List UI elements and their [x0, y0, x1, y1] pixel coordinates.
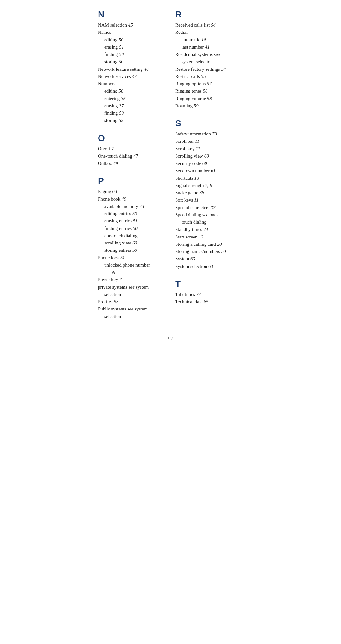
list-item: Scroll key 11	[175, 145, 243, 153]
page-number-ref: 79	[212, 131, 217, 136]
list-item: Snake game 38	[175, 189, 243, 196]
list-item: Numbers	[98, 80, 166, 87]
page-number-ref: 50	[132, 211, 137, 216]
page-number: 92	[98, 336, 243, 341]
index-list-p: Paging 63Phone book 49available memory 4…	[98, 188, 166, 320]
page-number-ref: 63	[190, 256, 195, 261]
list-item: finding 50	[98, 110, 166, 117]
page-number-ref: 50	[119, 52, 124, 57]
page-number-ref: 55	[201, 74, 206, 79]
list-item: System 63	[175, 255, 243, 262]
page-number-ref: 11	[194, 197, 199, 202]
page-number-ref: 7	[119, 277, 122, 282]
page-number-ref: 60	[204, 153, 209, 159]
list-item: Roaming 59	[175, 102, 243, 110]
page-number-ref: 49	[122, 196, 126, 202]
page-number-ref: 50	[119, 111, 124, 116]
list-item: Talk times 74	[175, 291, 243, 298]
page-number-ref: 54	[211, 22, 216, 27]
page-number-ref: 53	[114, 299, 118, 304]
section-letter-o: O	[98, 133, 166, 143]
list-item: available memory 43	[98, 203, 166, 210]
page-number-ref: 7	[111, 146, 114, 151]
page-number-ref: 47	[132, 74, 137, 79]
list-item: Ringing tones 58	[175, 87, 243, 95]
list-item: private systems see systemselection	[98, 284, 166, 298]
list-item: On/off 7	[98, 145, 166, 153]
list-item: Send own number 61	[175, 167, 243, 174]
list-item: Storing names/numbers 50	[175, 248, 243, 255]
list-item: Soft keys 11	[175, 196, 243, 204]
list-item: editing 50	[98, 87, 166, 95]
page-number-ref: 38	[200, 190, 204, 195]
list-item: Storing a calling card 28	[175, 241, 243, 248]
page-number-ref: 50	[221, 249, 226, 254]
list-item: Names	[98, 29, 166, 36]
section-letter-n: N	[98, 9, 166, 20]
list-item: Redial	[175, 29, 243, 36]
list-item: Security code 60	[175, 160, 243, 167]
page-number-ref: 74	[203, 227, 208, 232]
list-item: Received calls list 54	[175, 21, 243, 29]
index-list-o: On/off 7One-touch dialing 47Outbox 49	[98, 145, 166, 167]
list-item: Special characters 37	[175, 204, 243, 211]
page-number-ref: 12	[199, 234, 203, 239]
page-number-ref: 50	[118, 88, 123, 93]
list-item: Start screen 12	[175, 233, 243, 241]
page-number-ref: 47	[133, 153, 138, 159]
page-number-ref: 50	[118, 37, 123, 42]
page-number-ref: 50	[133, 226, 138, 231]
list-item: Power key 7	[98, 276, 166, 283]
left-column: NNAM selection 45Namesediting 50erasing …	[98, 9, 166, 323]
page-number-ref: 50	[118, 59, 123, 64]
list-item: finding entries 50	[98, 225, 166, 232]
page-number-ref: 18	[201, 37, 206, 42]
list-item: storing entries 50	[98, 247, 166, 254]
page-number-ref: 28	[217, 242, 222, 247]
list-item: Ringing volume 58	[175, 95, 243, 102]
list-item: Speed dialing see one-touch dialing	[175, 211, 243, 226]
page-number-ref: 85	[204, 299, 209, 304]
list-item: one-touch dialing	[98, 232, 166, 239]
list-item: Phone lock 51	[98, 254, 166, 262]
list-item: entering 35	[98, 95, 166, 102]
page-number-ref: 62	[118, 118, 123, 123]
list-item: System selection 63	[175, 263, 243, 270]
page-number-ref: 60	[132, 240, 137, 245]
page-number-ref: 41	[205, 45, 210, 50]
page-number-ref: 61	[211, 168, 216, 173]
list-item: finding 50	[98, 51, 166, 58]
page-number-ref: 57	[207, 81, 212, 86]
list-item: Signal strength 7, 8	[175, 182, 243, 189]
page-number-ref: 46	[144, 67, 148, 72]
list-item: Network services 47	[98, 73, 166, 80]
page-number-ref: 54	[221, 67, 226, 72]
page-number-ref: 58	[207, 96, 212, 101]
list-item: Ringing options 57	[175, 80, 243, 87]
page-number-ref: 49	[113, 161, 118, 166]
section-letter-s: S	[175, 118, 243, 129]
index-content: NNAM selection 45Namesediting 50erasing …	[98, 9, 243, 323]
list-item: NAM selection 45	[98, 21, 166, 29]
list-item: Network feature setting 46	[98, 66, 166, 73]
list-item: Restore factory settings 54	[175, 66, 243, 73]
page-number-ref: 37	[211, 205, 215, 210]
section-letter-r: R	[175, 9, 243, 20]
page-number-ref: 59	[194, 103, 199, 108]
page-number-ref: 45	[128, 22, 133, 27]
page-number-ref: 51	[120, 255, 125, 260]
list-item: erasing 37	[98, 102, 166, 110]
page-number-ref: 50	[132, 248, 137, 253]
list-item: editing entries 50	[98, 210, 166, 217]
list-item: editing 50	[98, 36, 166, 44]
list-item: Scroll bar 11	[175, 138, 243, 145]
list-item: One-touch dialing 47	[98, 153, 166, 160]
list-item: Profiles 53	[98, 298, 166, 305]
page-number-ref: 11	[196, 146, 200, 151]
index-list-s: Safety information 79Scroll bar 11Scroll…	[175, 130, 243, 270]
page-number-ref: 13	[194, 176, 199, 181]
index-list-t: Talk times 74Technical data 85	[175, 291, 243, 306]
list-item: Outbox 49	[98, 160, 166, 167]
list-item: Safety information 79	[175, 130, 243, 138]
page-number-ref: 63	[112, 189, 117, 194]
